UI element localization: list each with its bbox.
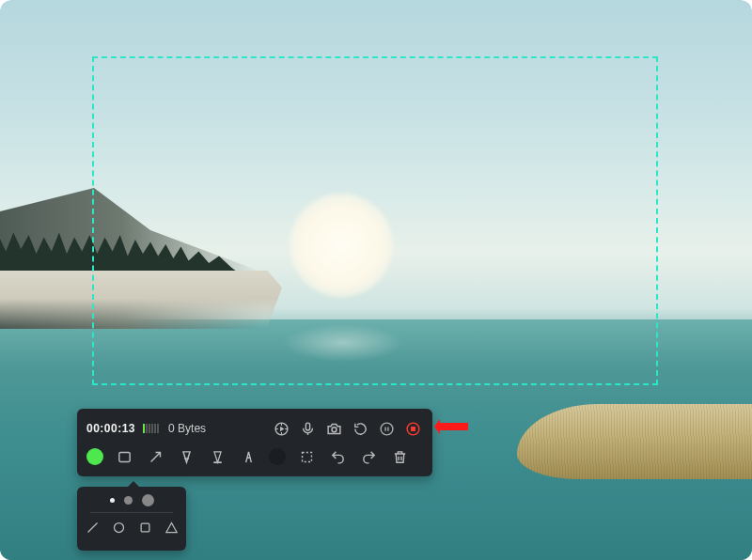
stroke-size-medium[interactable] bbox=[124, 496, 133, 505]
svg-rect-11 bbox=[141, 523, 149, 532]
stop-button[interactable] bbox=[402, 418, 423, 439]
svg-rect-1 bbox=[306, 423, 309, 430]
arrow-tool-icon[interactable] bbox=[145, 446, 165, 467]
line-shape-icon[interactable] bbox=[84, 519, 101, 536]
redo-icon[interactable] bbox=[358, 446, 379, 467]
recording-toolbar: 00:00:13 0 Bytes bbox=[77, 409, 432, 476]
circle-shape-icon[interactable] bbox=[110, 519, 127, 536]
svg-rect-9 bbox=[302, 452, 311, 461]
recording-filesize: 0 Bytes bbox=[168, 422, 206, 435]
undo-icon[interactable] bbox=[327, 446, 348, 467]
text-tool-icon[interactable] bbox=[176, 446, 196, 467]
pause-button[interactable] bbox=[376, 418, 397, 439]
capture-region[interactable] bbox=[92, 56, 658, 385]
recording-timer: 00:00:13 bbox=[86, 422, 135, 435]
stroke-size-large[interactable] bbox=[142, 494, 154, 506]
blur-tool-icon[interactable] bbox=[269, 448, 286, 465]
svg-rect-7 bbox=[411, 427, 415, 431]
stroke-size-small[interactable] bbox=[110, 498, 115, 503]
marker-tool-icon[interactable] bbox=[207, 446, 227, 467]
square-shape-icon[interactable] bbox=[136, 519, 153, 536]
stroke-size-selector bbox=[90, 494, 173, 513]
triangle-shape-icon[interactable] bbox=[163, 519, 180, 536]
rectangle-tool-icon[interactable] bbox=[114, 446, 134, 467]
grass bbox=[517, 404, 752, 479]
audio-level-meter bbox=[143, 424, 159, 433]
svg-point-2 bbox=[332, 427, 337, 431]
color-picker[interactable] bbox=[86, 448, 103, 465]
shape-options-panel bbox=[77, 487, 186, 551]
cursor-icon[interactable] bbox=[271, 418, 291, 439]
svg-rect-8 bbox=[118, 452, 129, 461]
crop-tool-icon[interactable] bbox=[296, 446, 317, 467]
svg-point-3 bbox=[381, 423, 393, 435]
step-tool-icon[interactable] bbox=[238, 446, 258, 467]
camera-icon[interactable] bbox=[323, 418, 344, 439]
callout-arrow-icon bbox=[434, 419, 468, 434]
microphone-icon[interactable] bbox=[297, 418, 318, 439]
svg-point-10 bbox=[114, 522, 123, 532]
refresh-icon[interactable] bbox=[350, 418, 370, 439]
trash-icon[interactable] bbox=[389, 446, 410, 467]
